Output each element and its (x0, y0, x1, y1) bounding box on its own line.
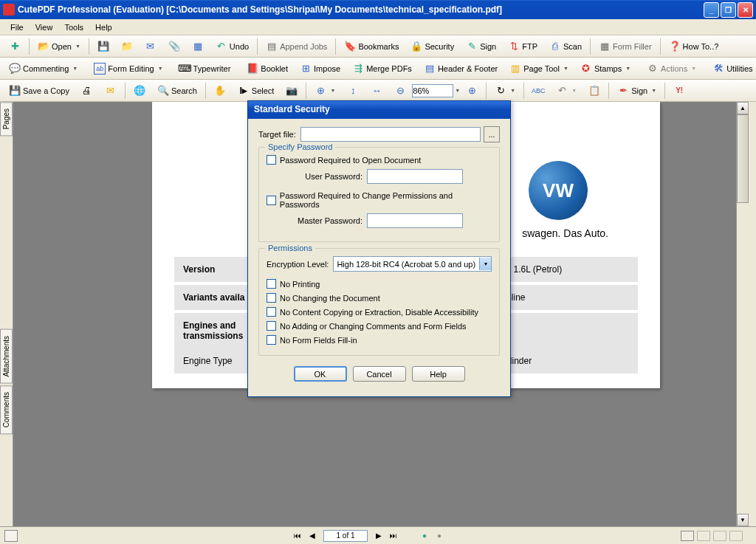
zoom-input[interactable] (412, 84, 453, 97)
next-page-button[interactable]: ▶ (372, 529, 385, 543)
print-button[interactable]: 🖨 (76, 83, 98, 99)
booklet-button[interactable]: 📕Booklet (241, 61, 293, 77)
first-page-button[interactable]: ⏮ (291, 529, 304, 543)
close-button[interactable]: ✕ (738, 2, 753, 18)
browse-button[interactable]: ... (484, 126, 500, 142)
merge-button[interactable]: ⇶Merge PDFs (347, 61, 417, 77)
zoomin2-button[interactable]: ⊕ (461, 83, 483, 99)
tab-pages[interactable]: Pages (0, 102, 13, 136)
sign-button[interactable]: ✎Sign (461, 38, 501, 55)
user-password-input[interactable] (367, 169, 463, 184)
stamps-button[interactable]: ✪Stamps▼ (575, 61, 636, 77)
formfiller-button[interactable]: ▦Form Filler (594, 38, 657, 55)
forward-button[interactable]: ● (433, 529, 446, 543)
hand-button[interactable]: ✋ (209, 83, 231, 99)
scroll-up-button[interactable]: ▲ (737, 102, 749, 114)
chevron-down-icon: ▼ (75, 44, 80, 49)
ok-button[interactable]: OK (294, 366, 347, 382)
typewriter-button[interactable]: ⌨Typewriter (174, 61, 236, 77)
clip-icon: 📋 (588, 85, 600, 97)
change-password-checkbox[interactable] (267, 196, 276, 205)
menu-tools[interactable]: Tools (58, 21, 89, 33)
open-button[interactable]: 📂Open▼ (32, 38, 86, 55)
new-button[interactable]: ✚ (4, 38, 26, 55)
view-contfacing-button[interactable] (729, 531, 743, 541)
bookmarks-button[interactable]: 🔖Bookmarks (339, 38, 404, 55)
fit-icon: ↕ (347, 85, 359, 97)
back-button[interactable]: ● (418, 529, 431, 543)
nocopy-checkbox[interactable] (267, 307, 276, 317)
stamp-icon: ✪ (580, 63, 592, 75)
append-jobs-button[interactable]: ▤Append Jobs (261, 38, 332, 55)
formedit-button[interactable]: abForm Editing▼ (89, 61, 168, 77)
status-tab[interactable] (4, 530, 18, 542)
user-password-label: User Password: (289, 172, 362, 181)
scroll-down-button[interactable]: ▼ (737, 514, 749, 526)
help-button[interactable]: Help (412, 366, 465, 382)
menu-file[interactable]: File (4, 21, 30, 33)
minimize-button[interactable]: _ (704, 2, 719, 18)
encryption-select[interactable]: High 128-bit RC4 (Acrobat 5.0 and up) ▾ (333, 256, 492, 272)
page-number-input[interactable] (323, 530, 368, 542)
select-button[interactable]: I▸Select (233, 83, 280, 99)
fitw-button[interactable]: ↔ (365, 83, 388, 99)
mail2-icon: ✉ (105, 85, 117, 97)
nochange-checkbox[interactable] (267, 293, 276, 303)
web-button[interactable]: 🌐 (128, 83, 151, 99)
target-file-input[interactable] (300, 127, 481, 142)
scan-button[interactable]: ⎙Scan (544, 38, 587, 55)
undo2-button[interactable]: ↶▼ (551, 83, 582, 99)
scrollbar-vertical[interactable]: ▲ ▼ (736, 102, 749, 526)
howto-button[interactable]: ❓How To..? (664, 38, 724, 55)
abc-button[interactable]: ABC (527, 83, 549, 99)
save-button[interactable]: 💾 (92, 38, 114, 55)
actions-button[interactable]: ⚙Actions▼ (642, 61, 701, 77)
zoom-dropdown[interactable]: ▼ (455, 88, 460, 93)
yahoo-button[interactable]: Y! (668, 83, 690, 99)
tab-attachments[interactable]: Attachments (0, 329, 13, 384)
commenting-button[interactable]: 💬Commenting▼ (4, 61, 83, 77)
noprint-checkbox[interactable] (267, 279, 276, 289)
maximize-button[interactable]: ❐ (721, 2, 736, 18)
prev-page-button[interactable]: ◀ (306, 529, 319, 543)
mail-icon: ✉ (145, 41, 157, 52)
pagetool-button[interactable]: ▥Page Tool▼ (504, 61, 574, 77)
folder-icon: 📂 (38, 41, 49, 52)
misc1-button[interactable]: ▦ (187, 38, 209, 55)
headerfooter-button[interactable]: ▤Header & Footer (419, 61, 503, 77)
nocomment-checkbox[interactable] (267, 321, 276, 331)
scroll-thumb[interactable] (737, 114, 749, 203)
open-password-checkbox[interactable] (267, 155, 276, 165)
sign2-button[interactable]: ✒Sign▼ (612, 83, 662, 99)
last-page-button[interactable]: ⏭ (387, 529, 400, 543)
undo-button[interactable]: ↶Undo (210, 38, 254, 55)
ftp-button[interactable]: ⇅FTP (503, 38, 543, 55)
cancel-button[interactable]: Cancel (353, 366, 406, 382)
noform-checkbox[interactable] (267, 335, 276, 345)
view-facing-button[interactable] (713, 531, 726, 541)
undo-icon: ↶ (216, 41, 227, 52)
open-password-label: Password Required to Open Document (280, 156, 421, 165)
zoomin-button[interactable]: ⊕▼ (309, 83, 340, 99)
camera-button[interactable]: 📷 (281, 83, 303, 99)
utilities-button[interactable]: 🛠Utilities (707, 61, 756, 77)
savecopy-button[interactable]: 💾Save a Copy (4, 83, 75, 99)
rotate-button[interactable]: ↻▼ (489, 83, 520, 99)
search-button[interactable]: 🔍Search (152, 83, 202, 99)
fit-button[interactable]: ↕ (342, 83, 364, 99)
headerfooter-icon: ▤ (424, 63, 436, 75)
clip-button[interactable]: 📋 (583, 83, 605, 99)
mail2-button[interactable]: ✉ (100, 83, 122, 99)
security-button[interactable]: 🔒Security (405, 38, 459, 55)
view-single-button[interactable] (681, 531, 694, 541)
zoomout-button[interactable]: ⊖ (389, 83, 411, 99)
view-cont-button[interactable] (697, 531, 710, 541)
impose-button[interactable]: ⊞Impose (295, 61, 346, 77)
master-password-input[interactable] (367, 213, 463, 228)
menu-help[interactable]: Help (89, 21, 118, 33)
menu-view[interactable]: View (30, 21, 59, 33)
folder-button[interactable]: 📁 (116, 38, 138, 55)
attach-button[interactable]: 📎 (163, 38, 185, 55)
tab-comments[interactable]: Comments (0, 385, 13, 434)
mail-button[interactable]: ✉ (140, 38, 162, 55)
